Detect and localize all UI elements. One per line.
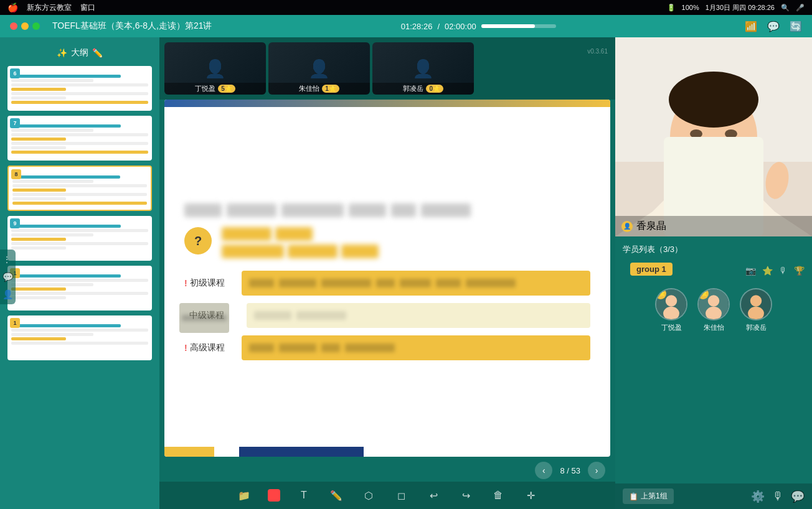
tool-dots[interactable]: ⋮ (2, 254, 13, 264)
question-icon: ? (184, 227, 212, 254)
teacher-avatar-small: 👤 (621, 221, 633, 232)
mic-bottom-icon[interactable]: 🎙 (772, 490, 783, 503)
tool-chat[interactable]: 💬 (2, 272, 13, 282)
course-levels: ! 初级课程 (184, 271, 590, 360)
slide-thumb-11[interactable]: 1 (7, 315, 152, 360)
level-bar-beginner (242, 271, 590, 296)
star-deco: ✨ (57, 48, 67, 58)
next-slide-btn[interactable]: › (588, 462, 605, 479)
prev-slide-btn[interactable]: ‹ (535, 462, 552, 479)
student-name-2: 朱佳怡 (299, 84, 319, 93)
tool-move[interactable]: ✛ (522, 487, 539, 504)
svg-point-12 (663, 307, 679, 320)
tool-person[interactable]: 👤 (2, 289, 13, 299)
tool-pen[interactable]: ✏️ (328, 487, 345, 504)
mic-icon[interactable]: 🎙 (779, 266, 788, 276)
tool-text[interactable]: T (295, 487, 313, 504)
level-label-advanced: ! 高级课程 (184, 342, 234, 353)
bottom-icons: ⚙️ 🎙 💬 (751, 490, 805, 503)
teacher-silhouette (615, 37, 812, 236)
menubar-left: 🍎 新东方云教室 窗口 (7, 2, 95, 13)
tool-undo[interactable]: ↩ (425, 487, 442, 504)
slide-header-bar (164, 100, 610, 107)
svg-point-8 (727, 168, 765, 217)
total-time: 02:00:00 (445, 22, 476, 31)
chat-bottom-icon[interactable]: 💬 (791, 490, 805, 503)
thumb-content-7 (11, 124, 148, 154)
slide-thumb-9[interactable]: 9 (7, 216, 152, 261)
slide-thumb-10[interactable]: 1 (7, 266, 152, 311)
student-avatar-1: 5⭐ (655, 288, 687, 320)
star-icon[interactable]: ⭐ (762, 266, 773, 276)
menubar-right: 🔋 100% 1月30日 周四 09:28:26 🔍 🎤 (667, 3, 805, 12)
slide-sidebar: ✨ 大纲 ✏️ 6 7 (0, 37, 159, 509)
tool-eraser[interactable]: ◻ (392, 487, 410, 504)
slide-thumb-6[interactable]: 6 (7, 66, 152, 111)
refresh-icon[interactable]: 🔄 (790, 21, 802, 32)
tool-redo[interactable]: ↪ (457, 487, 474, 504)
settings-icon[interactable]: ⚙️ (751, 490, 765, 503)
fullscreen-button[interactable] (32, 22, 40, 30)
app-window: TOEFL基础班（美本,6-8人,走读）第21讲 01:28:26 / 02:0… (0, 15, 812, 509)
prev-group-button[interactable]: 📋 上第1组 (623, 488, 674, 504)
chat-icon[interactable]: 💬 (767, 21, 780, 32)
thumb-number-11: 1 (10, 318, 20, 328)
slide-display: ? (164, 100, 610, 457)
slide-footer-decoration (164, 447, 610, 457)
student-name-card-2: 朱佳怡 (704, 323, 724, 332)
student-avatar-2: 1⭐ (697, 288, 730, 320)
battery-icon: 🔋 (667, 4, 676, 12)
level-label-beginner: ! 初级课程 (184, 278, 234, 289)
traffic-lights (10, 22, 40, 30)
progress-bar (481, 24, 556, 28)
lesson-title: TOEFL基础班（美本,6-8人,走读）第21讲 (52, 21, 212, 32)
star-badge-1: 5⭐ (218, 85, 235, 93)
video-student-2: 👤 朱佳怡 1⭐ (268, 42, 370, 95)
thumb-number-6: 6 (10, 68, 20, 78)
svg-rect-3 (702, 156, 725, 174)
minimize-button[interactable] (21, 22, 29, 30)
edit-icon[interactable]: ✏️ (92, 48, 103, 58)
tool-shape[interactable]: ⬡ (360, 487, 377, 504)
video-strip: 👤 丁悦盈 5⭐ 👤 朱佳怡 1⭐ (159, 37, 615, 100)
person-placeholder-2: 👤 (308, 58, 330, 79)
student-name-card-1: 丁悦盈 (661, 323, 682, 332)
student-name-3: 郭凌岳 (403, 84, 423, 93)
siri-icon[interactable]: 🎤 (796, 4, 805, 12)
close-button[interactable] (10, 22, 17, 30)
slide-thumb-8[interactable]: 8 (7, 166, 152, 211)
slide-counter: 8 / 53 (560, 466, 580, 475)
elapsed-time: 01:28:26 (401, 22, 433, 31)
title-bar-left: TOEFL基础班（美本,6-8人,走读）第21讲 (10, 21, 212, 32)
student-info-1: 丁悦盈 5⭐ (164, 83, 266, 95)
group-row: group 1 📷 ⭐ 🎙 🏆 (615, 260, 812, 281)
question-section: ? (184, 227, 590, 258)
camera-icon[interactable]: 📷 (745, 266, 756, 276)
thumb-content-10 (11, 274, 148, 299)
person-placeholder-3: 👤 (412, 58, 434, 79)
search-icon[interactable]: 🔍 (781, 4, 790, 12)
student-card-1: 5⭐ 丁悦盈 (655, 288, 687, 332)
svg-point-17 (750, 295, 762, 306)
star-badge-2: 1⭐ (322, 85, 339, 93)
tool-delete[interactable]: 🗑 (489, 487, 507, 504)
toolbar: 📁 T ✏️ ⬡ ◻ ↩ ↪ 🗑 ✛ (159, 482, 615, 509)
level-row-advanced: ! 高级课程 (184, 335, 590, 360)
award-icon[interactable]: 🏆 (794, 266, 805, 276)
student-info-2: 朱佳怡 1⭐ (268, 83, 370, 95)
tool-folder[interactable]: 📁 (235, 487, 253, 504)
window-menu[interactable]: 窗口 (80, 2, 95, 13)
student-name-card-3: 郭凌岳 (746, 323, 767, 332)
teacher-face-bg (615, 37, 812, 236)
right-bottom: 📋 上第1组 ⚙️ 🎙 💬 (615, 483, 812, 509)
star-badge-3: 0⭐ (426, 85, 443, 93)
apple-icon[interactable]: 🍎 (7, 2, 18, 12)
content-area: ✨ 大纲 ✏️ 6 7 (0, 37, 812, 509)
student-info-3: 郭凌岳 0⭐ (372, 83, 474, 95)
thumb-number-8: 8 (11, 169, 21, 179)
signal-icon[interactable]: 📶 (745, 21, 757, 32)
slide-thumb-7[interactable]: 7 (7, 116, 152, 161)
tool-record[interactable] (268, 489, 280, 502)
title-bar-center: 01:28:26 / 02:00:00 (401, 22, 556, 31)
right-panel: 👤 香泉晶 学员列表（3/3） group 1 📷 ⭐ 🎙 🏆 (615, 37, 812, 509)
